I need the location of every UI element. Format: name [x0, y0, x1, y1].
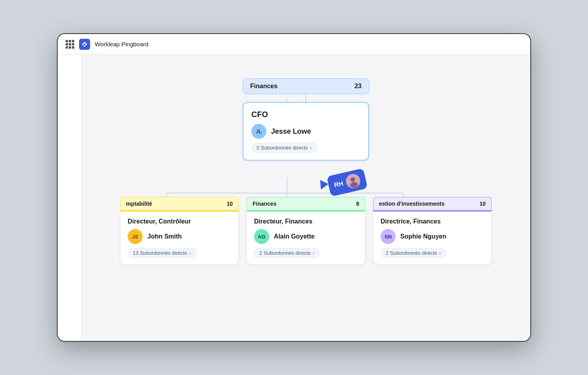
connector-v-top — [305, 94, 306, 102]
org-chart-scene: Finances 23 CFO JL Jesse Lowe — [105, 70, 507, 325]
cfo-subordinates-badge[interactable]: 2 Subordonnés directs ∨ — [251, 143, 317, 153]
sn-chevron-icon: ∨ — [439, 251, 441, 255]
bottom-cards-section: mptabilité 10 Directeur, Contrôleur JS J… — [105, 197, 507, 265]
sn-initials: SN — [384, 234, 392, 240]
comptabilite-role: Directeur, Contrôleur — [128, 218, 231, 225]
investissements-dept-name: estion d'investissements — [379, 201, 445, 207]
cfo-avatar: JL — [251, 124, 266, 139]
ag-role: Directeur, Finances — [254, 218, 358, 225]
cfo-chevron-icon: ∨ — [309, 146, 312, 150]
ag-name: Alain Goyette — [274, 233, 315, 240]
card-col-comptabilite: mptabilité 10 Directeur, Contrôleur JS J… — [120, 197, 239, 265]
top-section: Finances 23 CFO JL Jesse Lowe — [243, 78, 369, 161]
cursor-badge: RH — [326, 168, 368, 197]
js-subordinates-badge[interactable]: 13 Subordonnés directs ∨ — [128, 248, 196, 258]
ag-person-info: AG Alain Goyette — [254, 229, 358, 244]
sn-person-info: SN Sophie Nguyen — [381, 229, 484, 244]
app-logo-icon — [79, 39, 90, 50]
sn-subordinates-badge[interactable]: 2 Subordonnés directs ∨ — [381, 248, 447, 258]
comptabilite-dept-name: mptabilité — [126, 201, 152, 207]
cursor-user-initials: RH — [334, 180, 344, 189]
card-col-investissements: estion d'investissements 10 Directrice, … — [373, 197, 492, 265]
js-avatar: JS — [128, 229, 143, 244]
investissements-dept-header[interactable]: estion d'investissements 10 — [373, 197, 492, 210]
top-dept-name: Finances — [250, 83, 277, 90]
investissements-person-card[interactable]: Directrice, Finances SN Sophie Nguyen 2 … — [373, 212, 492, 265]
finances-sub-dept-name: Finances — [253, 201, 277, 207]
ag-chevron-icon: ∨ — [312, 251, 315, 255]
cursor-indicator: RH — [320, 170, 367, 195]
card-col-finances: Finances 8 Directeur, Finances AG Alain … — [247, 197, 365, 265]
cfo-role: CFO — [251, 110, 360, 119]
ag-avatar: AG — [254, 229, 269, 244]
org-chart-area: Finances 23 CFO JL Jesse Lowe — [81, 55, 530, 341]
sn-avatar: SN — [381, 229, 396, 244]
app-title: Workleap Pingboard — [95, 41, 149, 47]
js-initials: JS — [132, 234, 138, 240]
js-person-info: JS John Smith — [128, 229, 231, 244]
js-name: John Smith — [147, 233, 182, 240]
grid-icon[interactable] — [66, 40, 74, 49]
sn-subordinates-label: 2 Subordonnés directs — [386, 250, 437, 256]
top-dept-count: 23 — [354, 83, 362, 90]
device-frame: Workleap Pingboard — [57, 33, 531, 342]
sn-role: Directrice, Finances — [381, 218, 484, 225]
ag-subordinates-badge[interactable]: 2 Subordonnés directs ∨ — [254, 248, 320, 258]
finances-sub-person-card[interactable]: Directeur, Finances AG Alain Goyette 2 S… — [247, 212, 365, 265]
ag-initials: AG — [258, 234, 266, 240]
comptabilite-count: 10 — [226, 201, 233, 207]
main-content: Finances 23 CFO JL Jesse Lowe — [58, 55, 530, 341]
js-subordinates-label: 13 Subordonnés directs — [133, 250, 187, 256]
sidebar — [58, 55, 81, 341]
finances-sub-dept-header[interactable]: Finances 8 — [247, 197, 365, 210]
cursor-user-avatar — [345, 172, 362, 189]
top-bar: Workleap Pingboard — [58, 34, 530, 55]
investissements-count: 10 — [479, 201, 486, 207]
finances-sub-count: 8 — [356, 201, 359, 207]
cfo-name: Jesse Lowe — [271, 127, 311, 136]
sn-name: Sophie Nguyen — [400, 233, 446, 240]
top-dept-header[interactable]: Finances 23 — [243, 78, 369, 94]
cfo-subordinates-label: 2 Subordonnés directs — [256, 145, 308, 151]
comptabilite-dept-header[interactable]: mptabilité 10 — [120, 197, 239, 210]
cfo-initials: JL — [256, 129, 262, 134]
svg-rect-0 — [83, 44, 85, 45]
js-chevron-icon: ∨ — [188, 251, 191, 255]
comptabilite-person-card[interactable]: Directeur, Contrôleur JS John Smith 13 S… — [120, 212, 239, 265]
cfo-person-card[interactable]: CFO JL Jesse Lowe 2 Subordonnés directs … — [243, 102, 369, 161]
cfo-person-info: JL Jesse Lowe — [251, 124, 360, 139]
ag-subordinates-label: 2 Subordonnés directs — [259, 250, 311, 256]
